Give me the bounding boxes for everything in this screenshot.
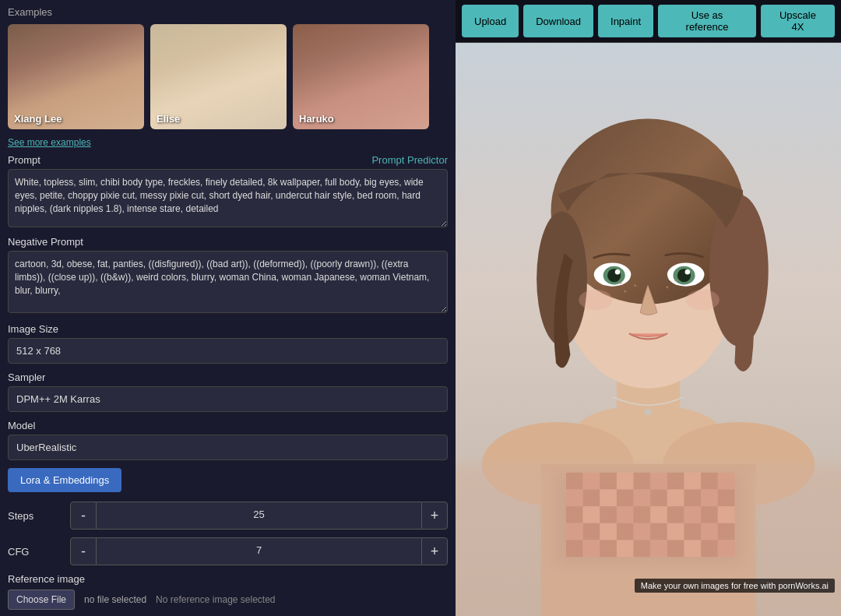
examples-grid: Xiang Lee Elise Haruko [8, 24, 448, 129]
svg-rect-55 [600, 506, 617, 523]
prompt-textarea[interactable]: White, topless, slim, chibi body type, f… [8, 169, 448, 227]
example-name-elise: Elise [157, 113, 180, 125]
svg-rect-46 [617, 490, 634, 507]
reference-row: Choose File no file selected No referenc… [8, 590, 448, 610]
svg-rect-76 [617, 540, 634, 557]
svg-rect-37 [634, 473, 651, 490]
no-file-text: no file selected [84, 594, 146, 605]
svg-rect-36 [617, 473, 634, 490]
svg-rect-64 [583, 523, 600, 540]
choose-file-button[interactable]: Choose File [8, 590, 75, 610]
svg-rect-33 [566, 473, 583, 490]
see-more-link[interactable]: See more examples [8, 137, 448, 148]
steps-minus-button[interactable]: - [70, 502, 97, 530]
svg-rect-50 [684, 490, 701, 507]
cfg-controls: - 7 + [70, 537, 448, 565]
svg-rect-49 [667, 490, 684, 507]
svg-rect-63 [566, 523, 583, 540]
sampler-select[interactable]: DPM++ 2M Karras [8, 386, 448, 412]
svg-rect-58 [650, 506, 667, 523]
steps-value: 25 [97, 502, 421, 530]
reference-section: Reference image Choose File no file sele… [8, 573, 448, 610]
svg-rect-59 [667, 506, 684, 523]
image-size-select[interactable]: 512 x 768 [8, 338, 448, 364]
prompt-predictor-link[interactable]: Prompt Predictor [371, 154, 448, 166]
svg-rect-60 [684, 506, 701, 523]
no-ref-text: No reference image selected [156, 594, 275, 605]
svg-rect-66 [617, 523, 634, 540]
svg-rect-73 [566, 540, 583, 557]
svg-rect-72 [718, 523, 735, 540]
svg-rect-56 [617, 506, 634, 523]
inpaint-button[interactable]: Inpaint [598, 5, 653, 37]
use-as-reference-button[interactable]: Use as reference [658, 5, 756, 37]
upload-button[interactable]: Upload [462, 5, 519, 37]
svg-rect-39 [667, 473, 684, 490]
svg-point-27 [674, 280, 677, 282]
svg-point-16 [615, 269, 620, 274]
steps-label: Steps [8, 510, 70, 522]
image-container: Make your own images for free with pornW… [456, 43, 841, 616]
svg-rect-41 [701, 473, 718, 490]
example-item-elise[interactable]: Elise [150, 24, 287, 129]
svg-rect-82 [718, 540, 735, 557]
svg-rect-42 [718, 473, 735, 490]
svg-rect-48 [650, 490, 667, 507]
svg-rect-61 [701, 506, 718, 523]
cfg-minus-button[interactable]: - [70, 537, 97, 565]
neg-prompt-textarea[interactable]: cartoon, 3d, obese, fat, panties, ((disf… [8, 251, 448, 313]
steps-plus-button[interactable]: + [421, 502, 448, 530]
svg-point-24 [634, 284, 636, 287]
svg-rect-40 [684, 473, 701, 490]
svg-rect-65 [600, 523, 617, 540]
svg-point-26 [666, 286, 668, 288]
svg-rect-70 [684, 523, 701, 540]
top-toolbar: Upload Download Inpaint Use as reference… [456, 0, 841, 43]
example-name-haruko: Haruko [299, 113, 334, 125]
download-button[interactable]: Download [523, 5, 593, 37]
svg-rect-67 [634, 523, 651, 540]
svg-rect-34 [583, 473, 600, 490]
svg-rect-69 [667, 523, 684, 540]
svg-rect-44 [583, 490, 600, 507]
example-item-xiang-lee[interactable]: Xiang Lee [8, 24, 144, 129]
svg-rect-80 [684, 540, 701, 557]
svg-rect-75 [600, 540, 617, 557]
svg-rect-62 [718, 506, 735, 523]
model-label: Model [8, 420, 448, 431]
right-panel: Upload Download Inpaint Use as reference… [456, 0, 841, 616]
svg-rect-71 [701, 523, 718, 540]
svg-point-28 [645, 409, 652, 416]
svg-rect-53 [566, 506, 583, 523]
watermark: Make your own images for free with pornW… [635, 579, 835, 593]
svg-rect-52 [718, 490, 735, 507]
steps-controls: - 25 + [70, 502, 448, 530]
svg-point-23 [624, 290, 626, 293]
steps-row: Steps - 25 + [8, 502, 448, 530]
neg-prompt-label: Negative Prompt [8, 236, 448, 248]
svg-point-25 [620, 282, 622, 284]
upscale-button[interactable]: Upscale 4X [761, 5, 835, 37]
model-select[interactable]: UberRealistic [8, 435, 448, 460]
svg-rect-77 [634, 540, 651, 557]
cfg-label: CFG [8, 546, 70, 558]
svg-rect-47 [634, 490, 651, 507]
svg-point-22 [686, 290, 720, 310]
left-panel: Examples Xiang Lee Elise Haruko See more… [0, 0, 456, 616]
cfg-row: CFG - 7 + [8, 537, 448, 565]
svg-point-20 [685, 269, 690, 274]
lora-embeddings-button[interactable]: Lora & Embeddings [8, 468, 121, 492]
svg-rect-54 [583, 506, 600, 523]
svg-rect-74 [583, 540, 600, 557]
reference-label: Reference image [8, 573, 448, 585]
svg-rect-51 [701, 490, 718, 507]
svg-rect-35 [600, 473, 617, 490]
svg-rect-68 [650, 523, 667, 540]
cfg-plus-button[interactable]: + [421, 537, 448, 565]
example-item-haruko[interactable]: Haruko [293, 24, 429, 129]
examples-label: Examples [8, 6, 448, 18]
svg-point-21 [579, 290, 612, 310]
prompt-label: Prompt [8, 154, 40, 166]
generated-image: Make your own images for free with pornW… [456, 43, 841, 616]
svg-rect-45 [600, 490, 617, 507]
